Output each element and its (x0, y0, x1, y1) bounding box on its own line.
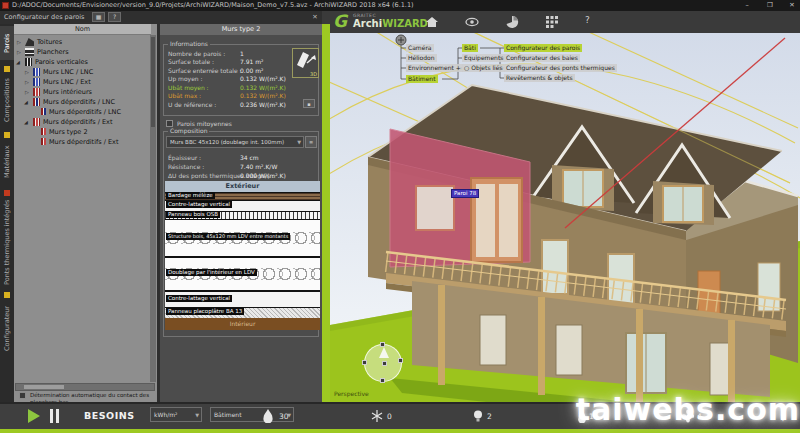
overlay-configurateur-baies[interactable]: Configurateur des baies (504, 54, 580, 62)
configurateur-tab-icon (4, 292, 10, 298)
layer-label: Panneau bois OSB (166, 211, 220, 218)
panel-header: Configurateur des parois (0, 11, 330, 24)
panel-help-button[interactable]: ? (108, 12, 121, 22)
overlay-equipements[interactable]: Equipements (462, 54, 505, 62)
wall-type-title: Murs type 2 (160, 24, 322, 35)
help-icon[interactable]: ? (585, 15, 590, 25)
tree-item-murs-deperditifs-ext[interactable]: ◢Murs déperditifs / Ext (14, 117, 150, 127)
grid-icon[interactable] (545, 15, 559, 29)
besoins-label: BESOINS (84, 410, 134, 421)
overlay-batiment[interactable]: Bâtiment (406, 75, 438, 83)
info-row-ubat-moyen: Ubât moyen :0.132 W/(m².K) (168, 84, 318, 92)
gizmo-handle-center[interactable] (382, 361, 387, 366)
viewport-accent-strip (322, 24, 330, 402)
unit-select[interactable]: kWh/m²▼ (150, 407, 202, 422)
tree-vertical-scrollbar[interactable] (150, 35, 156, 382)
overlay-camera[interactable]: Caméra (406, 44, 434, 52)
tab-configurateur[interactable]: Configurateur (0, 300, 14, 358)
wall-blue-icon (33, 78, 40, 86)
tree-horizontal-scrollbar[interactable] (15, 383, 155, 391)
tree-item-murs-deperditifs-lnc[interactable]: ◢Murs déperditifs / LNC (14, 97, 150, 107)
watermark: taiwebs.com (576, 392, 800, 427)
overlay-configurateur-parois[interactable]: Configurateur des parois (504, 44, 582, 52)
chart-icon[interactable] (505, 15, 519, 29)
tab-compositions[interactable]: Compositions (0, 74, 14, 126)
composition-legend: Composition (168, 127, 209, 134)
overlay-environnement[interactable]: Environnement + (406, 64, 463, 72)
tree-item-murs-deperditifs-lnc-child[interactable]: Murs déperditifs / LNC (14, 107, 150, 117)
gizmo-handle-left[interactable] (362, 360, 367, 365)
wall-3d-icon (293, 49, 318, 71)
tab-ponts-thermiques[interactable]: Ponts thermiques intégrés (0, 198, 14, 286)
viewport-3d[interactable] (330, 33, 800, 403)
navigation-gizmo[interactable] (364, 344, 402, 382)
selected-wall-label: Paroi 78 (451, 189, 479, 198)
layer-label: Contre-lattage vertical (166, 201, 232, 208)
brand-product: ArchiWIZARD (353, 18, 428, 29)
composition-field: ΔU des ponts thermiques intégrés :0.000 … (168, 172, 318, 180)
composition-options-button[interactable]: ≡ (305, 136, 317, 148)
overlay-objets-lies[interactable]: ○ Objets liés (462, 64, 505, 72)
wall-mixed-icon (33, 98, 40, 106)
gizmo-tree-icon (379, 347, 389, 358)
composition-field: Résistance :7.40 m².K/W (168, 163, 318, 171)
gizmo-handle-right[interactable] (398, 358, 403, 363)
parois-mitoyennes-label: Parois mitoyennes (177, 120, 232, 127)
interior-side-bar: Intérieur (165, 318, 320, 330)
wall-red-icon (41, 128, 46, 135)
layer-label: Doublage par l'intérieur en LDV (166, 269, 257, 276)
u-reference-options-button[interactable]: ▪ (303, 99, 315, 108)
cooling-value: 0 (387, 412, 392, 421)
maximize-button[interactable]: ❐ (762, 0, 778, 11)
tree-item-murs-lnc-lnc[interactable]: ▷Murs LNC / LNC (14, 67, 150, 77)
exterior-side-bar: Extérieur (165, 181, 320, 192)
wall-icon (25, 58, 32, 66)
layer-label: Structure bois, 45x120 mm LDV entre mont… (166, 233, 290, 240)
pause-button[interactable] (50, 409, 60, 423)
play-button[interactable] (28, 409, 40, 423)
wall-red-icon (33, 118, 40, 126)
composition-field: Épaisseur :34 cm (168, 154, 318, 162)
tree-item-murs-deperditifs-ext-child[interactable]: Murs déperditifs / Ext (14, 137, 150, 147)
auto-contact-checkbox[interactable] (19, 392, 26, 399)
home-icon[interactable] (425, 15, 439, 29)
tree-item-planchers[interactable]: ▷Planchers (14, 47, 150, 57)
gizmo-handle-down[interactable] (380, 378, 385, 383)
wall-mixed-icon (41, 108, 46, 115)
wall-red-icon (33, 88, 40, 96)
composition-preset-select[interactable]: Murs BBC 45x120 (doublage int. 100mm)▼ (166, 136, 304, 148)
minimize-button[interactable]: – (739, 0, 755, 11)
wall-3d-preview-button[interactable]: 3D (292, 48, 319, 78)
layer-label: Bardage mélèze (166, 192, 215, 199)
cooling-icon (371, 409, 383, 423)
window-titlebar: D:/ADOC/Documents/Envisioneer/version_9.… (0, 0, 800, 11)
overlay-configurateur-ponts[interactable]: Configurateur des ponts thermiques (504, 64, 617, 72)
app-icon (2, 2, 9, 9)
lighting-value: 2 (487, 412, 492, 421)
parois-mitoyennes-checkbox[interactable] (166, 120, 173, 127)
tree-item-parois-verticales[interactable]: ◢Parois verticales (14, 57, 150, 67)
wall-red-icon (41, 138, 46, 145)
materiaux-tab-icon (4, 132, 10, 138)
heating-value: 30 (279, 412, 289, 421)
overlay-heliodon[interactable]: Héliodon (406, 54, 437, 62)
tree-item-murs-lnc-ext[interactable]: ▷Murs LNC / Ext (14, 77, 150, 87)
info-row-u-reference: U de référence :0.236 W/(m².K) (168, 101, 318, 109)
overlay-revetements[interactable]: Revêtements & objets (504, 74, 575, 82)
overlay-bati[interactable]: Bâti (462, 44, 478, 52)
tree-item-murs-type-2[interactable]: Murs type 2 (14, 127, 150, 137)
bottom-accent-strip (0, 429, 800, 433)
tab-parois[interactable]: Parois (0, 26, 14, 60)
roof-icon (25, 38, 34, 46)
graitec-logo-icon: G (333, 11, 347, 31)
floor-icon (25, 48, 34, 56)
gizmo-handle-up[interactable] (380, 342, 385, 347)
panel-options-button[interactable]: ▦ (92, 12, 105, 22)
tree-item-murs-interieurs[interactable]: ▷Murs intérieurs (14, 87, 150, 97)
panel-close-button[interactable]: ✕ (310, 12, 320, 22)
tree-item-toitures[interactable]: ▷Toitures (14, 37, 150, 47)
tab-materiaux[interactable]: Matériaux (0, 140, 14, 184)
close-button[interactable]: ✕ (784, 0, 800, 11)
eye-icon[interactable] (465, 15, 479, 29)
tree-column-header[interactable]: Nom (14, 24, 151, 35)
